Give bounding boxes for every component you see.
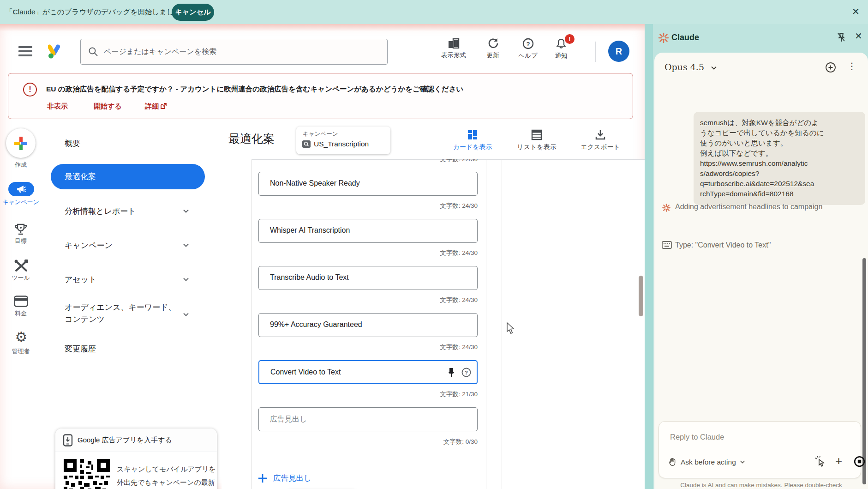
cancel-debug-button[interactable]: キャンセル xyxy=(172,4,214,21)
warning-start-link[interactable]: 開始する xyxy=(94,102,122,111)
external-link-icon xyxy=(161,103,167,109)
claude-status-action: Adding advertisement headlines to campai… xyxy=(675,201,827,212)
divider xyxy=(251,159,252,489)
headline-input-3[interactable]: Transcribe Audio to Text xyxy=(258,266,478,290)
card-view-button[interactable]: カードを表示 xyxy=(447,129,498,151)
chevron-down-icon xyxy=(711,66,717,70)
claude-conversation-card: Opus 4.5 ⋮ semrushは、対象KWを競合がどのよ うなコピーで出し… xyxy=(654,53,868,489)
model-name: Opus 4.5 xyxy=(664,62,704,72)
claude-panel-title: Claude xyxy=(671,33,699,42)
list-view-button[interactable]: リストを表示 xyxy=(511,129,562,151)
close-icon[interactable]: ✕ xyxy=(852,6,860,17)
headline-placeholder: 広告見出し xyxy=(270,415,307,424)
unpin-icon[interactable] xyxy=(837,32,846,42)
campaign-chip-label: キャンペーン xyxy=(303,130,338,138)
headline-counter: 文字数: 21/30 xyxy=(258,390,478,398)
headline-input-1[interactable]: Non-Native Speaker Ready xyxy=(258,172,478,196)
qr-code xyxy=(64,459,110,489)
headline-input-4[interactable]: 99%+ Accuracy Guaranteed xyxy=(258,313,478,337)
search-placeholder: ページまたはキャンペーンを検索 xyxy=(104,47,216,57)
nav-assets[interactable]: アセット xyxy=(65,274,97,285)
search-icon xyxy=(88,47,98,57)
close-icon[interactable]: ✕ xyxy=(855,30,862,42)
grid-icon xyxy=(467,129,478,140)
campaign-selector[interactable]: キャンペーン US_Transcription xyxy=(296,127,390,154)
add-headline-button[interactable]: 広告見出し xyxy=(257,473,311,483)
megaphone-icon xyxy=(16,185,26,193)
chevron-down-icon[interactable] xyxy=(183,276,189,283)
notifications-label: 通知 xyxy=(540,52,582,60)
reply-input[interactable]: Reply to Claude Ask before acting + xyxy=(658,421,861,478)
appearance-button[interactable]: 表示形式 xyxy=(433,38,474,60)
export-button[interactable]: エクスポート xyxy=(575,129,626,151)
account-avatar[interactable]: R xyxy=(608,41,629,62)
headline-input-2[interactable]: Whisper AI Transcription xyxy=(258,219,478,243)
reply-placeholder: Reply to Claude xyxy=(670,433,724,441)
headline-counter: 文字数: 24/30 xyxy=(258,202,478,210)
chevron-down-icon[interactable] xyxy=(183,311,189,318)
nav-campaigns[interactable]: キャンペーン xyxy=(65,240,113,251)
claude-panel-header: Claude ✕ xyxy=(653,24,868,53)
create-button[interactable] xyxy=(6,128,36,158)
nav-change-history[interactable]: 変更履歴 xyxy=(65,344,96,354)
plus-icon xyxy=(13,135,29,151)
claude-status-type: Type: "Convert Video to Text" xyxy=(675,241,832,249)
menu-icon[interactable] xyxy=(18,46,32,56)
warning-message: EU の政治広告を配信する予定ですか？ - アカウントに欧州連合の政治広告を含む… xyxy=(46,85,463,94)
headline-input-5-focused[interactable]: Convert Video to Text ? xyxy=(258,360,478,384)
divider xyxy=(486,159,486,489)
trophy-icon xyxy=(14,223,28,236)
search-input[interactable]: ページまたはキャンペーンを検索 xyxy=(80,39,388,65)
goals-button[interactable] xyxy=(14,223,29,237)
warning-details-link[interactable]: 詳細 xyxy=(145,102,167,111)
page-title: 最適化案 xyxy=(228,131,275,146)
headline-counter: 文字数: 24/30 xyxy=(258,343,478,351)
pin-icon[interactable] xyxy=(448,368,455,378)
chevron-down-icon[interactable] xyxy=(183,208,189,214)
nav-audiences[interactable]: オーディエンス、キーワード、コンテンツ xyxy=(65,302,180,326)
headline-text: Transcribe Audio to Text xyxy=(270,273,349,282)
warning-dismiss-link[interactable]: 非表示 xyxy=(47,102,68,111)
permission-mode-label: Ask before acting xyxy=(681,458,736,466)
permission-mode-selector[interactable]: Ask before acting xyxy=(668,458,745,466)
nav-optimization-selected[interactable]: 最適化案 xyxy=(51,164,205,189)
tools-button[interactable] xyxy=(14,259,29,273)
hand-icon xyxy=(668,458,677,466)
credit-card-icon xyxy=(14,296,28,307)
record-stop-icon[interactable] xyxy=(854,456,865,467)
rail-campaigns-label: キャンペーン xyxy=(0,199,42,206)
notifications-button[interactable]: 通知 xyxy=(540,38,582,60)
headline-counter: 文字数: 0/30 xyxy=(258,438,478,446)
table-icon xyxy=(531,129,542,140)
campaign-id-icon xyxy=(302,140,311,148)
claude-scrollbar-thumb[interactable] xyxy=(862,258,866,484)
tools-label: ツール xyxy=(0,274,42,282)
nav-insights[interactable]: 分析情報とレポート xyxy=(65,206,136,217)
export-label: エクスポート xyxy=(575,143,626,151)
eu-political-ads-warning: ! EU の政治広告を配信する予定ですか？ - アカウントに欧州連合の政治広告を… xyxy=(8,73,633,119)
gear-icon: ⚙ xyxy=(15,329,28,344)
headline-text: Non-Native Speaker Ready xyxy=(270,179,360,187)
rail-campaigns-button[interactable] xyxy=(8,182,34,196)
google-ads-logo-icon[interactable] xyxy=(48,43,63,59)
content-scrollbar-thumb[interactable] xyxy=(639,276,643,316)
plus-icon xyxy=(257,473,268,483)
billing-button[interactable] xyxy=(14,296,29,309)
help-circle-icon[interactable]: ? xyxy=(461,368,471,377)
menu-dots-icon[interactable]: ⋮ xyxy=(847,60,856,72)
attach-plus-icon[interactable]: + xyxy=(835,456,842,466)
new-chat-icon[interactable] xyxy=(825,62,836,73)
headline-counter: 文字数: 24/30 xyxy=(258,249,478,257)
nav-overview[interactable]: 概要 xyxy=(65,138,80,149)
claude-panel: Claude ✕ Opus 4.5 ⋮ semrushは、対象KWを競合がどのよ… xyxy=(653,24,868,489)
notification-badge: ! xyxy=(564,33,575,45)
nav-optimization-label: 最適化案 xyxy=(65,171,96,182)
model-selector[interactable]: Opus 4.5 xyxy=(664,62,717,72)
card-view-label: カードを表示 xyxy=(447,143,498,151)
campaign-name: US_Transcription xyxy=(314,140,369,148)
headline-input-6-empty[interactable]: 広告見出し xyxy=(258,407,478,431)
chevron-down-icon[interactable] xyxy=(183,242,189,248)
computer-use-cursor-icon[interactable] xyxy=(815,456,826,467)
admin-button[interactable]: ⚙ xyxy=(14,330,29,344)
svg-text:?: ? xyxy=(526,41,530,48)
